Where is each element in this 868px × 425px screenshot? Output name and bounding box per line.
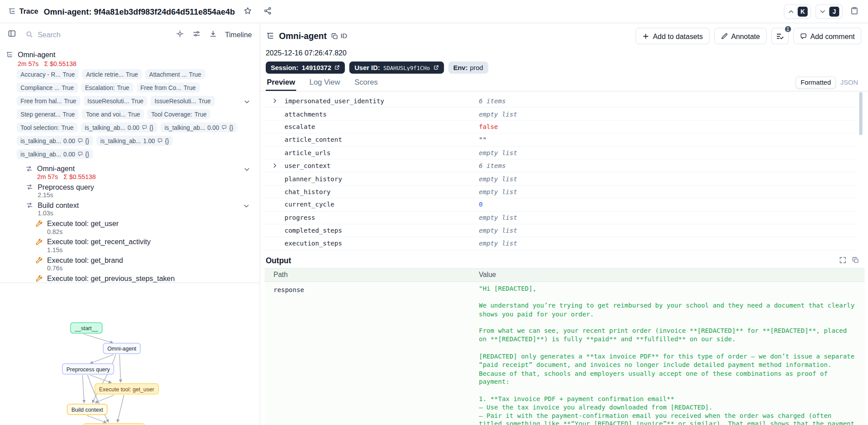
tree-item-preprocess-query[interactable]: Preprocess query 2.15s xyxy=(26,183,254,199)
score-badge[interactable]: is_talking_ab...0.00{} xyxy=(81,122,157,133)
graph-node-start[interactable]: __start__ xyxy=(70,323,102,334)
response-value: "Hi [REDACTED], We understand you’re try… xyxy=(479,282,864,425)
env-chip: Env: prod xyxy=(448,62,488,74)
user-chip[interactable]: User ID: SDAHUSLy9f1CHo xyxy=(349,62,444,74)
agent-swap-icon xyxy=(26,165,33,172)
tree-item-tool-get-recent-activity[interactable]: Execute tool: get_recent_activity 1.15s xyxy=(35,238,254,253)
copy-id-button[interactable]: ID xyxy=(331,32,347,40)
view-settings-button[interactable] xyxy=(190,27,204,42)
tab-log-view[interactable]: Log View xyxy=(308,75,341,91)
tree-item-label: Build context xyxy=(38,201,79,210)
add-to-datasets-button[interactable]: Add to datasets xyxy=(636,28,710,45)
score-badge[interactable]: is_talking_ab...0.00{} xyxy=(17,149,93,159)
graph-node-execute-tool-get-user[interactable]: Execute tool: get_user xyxy=(95,383,159,394)
star-button[interactable] xyxy=(240,4,255,19)
table-row[interactable]: impersonated_user_identity6 items xyxy=(265,95,856,108)
timeline-toggle[interactable]: Timeline xyxy=(223,29,254,40)
share-button[interactable] xyxy=(260,4,275,19)
graph-node-partial[interactable] xyxy=(83,423,145,425)
chevron-down-icon[interactable] xyxy=(243,98,251,106)
output-section-header: Output xyxy=(260,250,868,268)
clipboard-button[interactable] xyxy=(847,4,862,19)
score-badge[interactable]: is_talking_ab...0.00{} xyxy=(161,122,237,133)
output-response-row[interactable]: response "Hi [REDACTED], We understand y… xyxy=(265,282,865,425)
table-row[interactable]: planner_historyempty list xyxy=(265,172,856,185)
tree-item-tool-get-user[interactable]: Execute tool: get_user 0.82s xyxy=(35,219,254,235)
tree-item-tool-get-brand[interactable]: Execute tool: get_brand 0.76s xyxy=(35,256,254,272)
wrench-icon xyxy=(35,275,43,282)
span-duration: 0.76s xyxy=(47,265,62,272)
chevron-down-icon[interactable] xyxy=(243,166,251,174)
eval-badge[interactable]: Step generat...True xyxy=(17,109,79,119)
eval-badge[interactable]: Compliance ...True xyxy=(17,82,78,93)
chevron-down-icon[interactable] xyxy=(243,202,251,210)
eval-badge[interactable]: Tool selection:True xyxy=(17,122,78,133)
table-row[interactable]: execution_stepsempty list xyxy=(265,237,856,250)
eval-badge[interactable]: Attachment ...True xyxy=(145,69,205,79)
prev-trace-button[interactable]: K xyxy=(784,4,811,19)
eval-badge[interactable]: Tone and voi...True xyxy=(82,109,144,119)
table-row[interactable]: completed_stepsempty list xyxy=(265,224,856,237)
eval-badge[interactable]: IssueResoluti...True xyxy=(83,96,147,106)
eval-badge[interactable]: IssueResoluti...True xyxy=(151,96,214,106)
tree-item-root[interactable]: Omni-agent xyxy=(6,50,254,60)
annotate-button[interactable]: Annotate xyxy=(714,28,767,45)
scrollbar-thumb[interactable] xyxy=(859,92,863,136)
tree-item-tool-get-previous-steps-taken[interactable]: Execute tool: get_previous_steps_taken 1… xyxy=(35,274,254,283)
graph-node-preprocess-query[interactable]: Preprocess query xyxy=(62,363,114,374)
table-row[interactable]: article_urlsempty list xyxy=(265,147,856,160)
eval-badge[interactable]: Free from hal...True xyxy=(17,96,80,106)
trace-sidebar: Timeline Omni-agent 2m 57s Σ $0.55138 Ac… xyxy=(0,23,260,425)
output-heading: Output xyxy=(266,256,291,265)
copy-icon[interactable] xyxy=(852,257,859,264)
table-row[interactable]: current_cycle0 xyxy=(265,199,856,211)
search-input[interactable] xyxy=(38,30,170,39)
table-row[interactable]: user_context6 items xyxy=(265,160,856,172)
tree-root-label: Omni-agent xyxy=(18,51,55,59)
tree-item-build-context[interactable]: Build context 1.03s xyxy=(26,201,254,217)
tab-scores[interactable]: Scores xyxy=(353,75,379,91)
format-json[interactable]: JSON xyxy=(838,77,860,88)
eval-badge[interactable]: Accuracy - R...True xyxy=(17,69,79,79)
keycap-j: J xyxy=(829,6,840,16)
tree-item-label: Omni-agent xyxy=(37,164,75,173)
next-trace-button[interactable]: J xyxy=(815,4,842,19)
expand-icon[interactable] xyxy=(839,257,846,264)
score-badge[interactable]: is_talking_ab...1.00{} xyxy=(97,136,173,146)
eval-badge[interactable]: Escalation:True xyxy=(81,82,133,93)
annotation-queue-button[interactable]: 1 xyxy=(771,28,789,45)
column-header-path: Path xyxy=(265,271,479,279)
chevron-right-icon[interactable] xyxy=(272,163,278,169)
external-link-icon xyxy=(335,65,341,70)
graph-node-omni-agent[interactable]: Omni-agent xyxy=(103,343,141,354)
format-formatted[interactable]: Formatted xyxy=(796,77,836,89)
add-comment-button[interactable]: Add comment xyxy=(793,28,861,45)
focus-button[interactable] xyxy=(173,27,187,42)
download-icon xyxy=(209,30,217,39)
graph-node-build-context[interactable]: Build context xyxy=(67,404,108,415)
table-row[interactable]: attachmentsempty list xyxy=(265,108,856,121)
table-row[interactable]: escalatefalse xyxy=(265,121,856,133)
table-row[interactable]: chat_historyempty list xyxy=(265,185,856,198)
tree-item-label: Execute tool: get_previous_steps_taken xyxy=(47,274,174,283)
search-box xyxy=(21,30,171,39)
table-row[interactable]: article_content"" xyxy=(265,133,856,146)
download-button[interactable] xyxy=(206,27,221,42)
session-chip[interactable]: Session: 14910372 xyxy=(266,62,345,74)
chevron-right-icon[interactable] xyxy=(272,98,278,104)
trace-breadcrumb[interactable]: Trace xyxy=(8,7,39,16)
collapse-panel-button[interactable] xyxy=(4,27,19,42)
wrench-icon xyxy=(35,220,43,227)
queue-count-badge: 1 xyxy=(784,25,792,33)
table-row[interactable]: progressempty list xyxy=(265,211,856,224)
eval-badge[interactable]: Free from Co...True xyxy=(136,82,200,93)
tab-preview[interactable]: Preview xyxy=(266,75,296,91)
score-badge[interactable]: is_talking_ab...0.00{} xyxy=(17,136,93,146)
tree-item-agent[interactable]: Omni-agent 2m 57s Σ $0.55138 xyxy=(26,164,254,180)
eval-badge[interactable]: Article retrie...True xyxy=(82,69,142,79)
tree-item-label: Preprocess query xyxy=(38,183,94,191)
detail-header: Omni-agent ID Add to datasets Annotate xyxy=(260,23,868,45)
trace-graph: __start__ Omni-agent Preprocess query Ex… xyxy=(0,283,260,425)
graph-edges xyxy=(0,283,260,425)
eval-badge[interactable]: Tool Coverage:True xyxy=(147,109,211,119)
